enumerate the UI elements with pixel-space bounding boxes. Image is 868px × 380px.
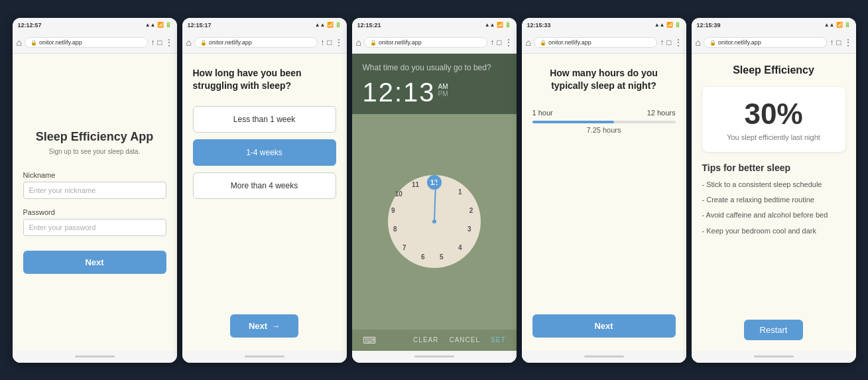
clock-num-8: 8 (393, 225, 397, 233)
next-arrow-icon: → (271, 321, 280, 331)
screen5-body: Sleep Efficiency 30% You slept efficient… (692, 54, 856, 351)
share-icon-5[interactable]: ↑ (830, 38, 834, 47)
lock-icon-3: 🔒 (370, 40, 377, 46)
home-icon-1[interactable]: ⌂ (17, 37, 22, 48)
clock-num-3: 3 (467, 225, 471, 233)
bookmark-icon-1[interactable]: □ (157, 38, 162, 47)
share-icon-1[interactable]: ↑ (151, 38, 155, 47)
battery-icon: 🔋 (165, 22, 172, 28)
set-button[interactable]: SET (491, 335, 505, 346)
menu-icon-2[interactable]: ⋮ (335, 38, 343, 47)
tips-title: Tips for better sleep (702, 162, 845, 173)
cancel-button[interactable]: CANCEL (449, 335, 480, 346)
bottom-indicator-2 (245, 355, 284, 357)
restart-button[interactable]: Restart (744, 320, 804, 340)
screen5-content: Sleep Efficiency 30% You slept efficient… (692, 54, 856, 351)
battery-icon-2: 🔋 (335, 22, 341, 28)
url-bar-3[interactable]: 🔒 onitor.netlify.app (364, 37, 487, 48)
range-fill (532, 121, 614, 123)
phone-screen-1: 12:12:57 ▲▲ 📶 🔋 ⌂ 🔒 onitor.netlify.app ↑… (13, 18, 177, 363)
url-text-3: onitor.netlify.app (379, 39, 422, 46)
browser-actions-2: ↑ □ ⋮ (320, 38, 342, 47)
status-icons-1: ▲▲ 📶 🔋 (145, 22, 172, 28)
status-bar-5: 12:15:39 ▲▲ 📶 🔋 (692, 18, 856, 32)
clock-face[interactable]: 12 1 2 3 4 5 6 7 8 9 10 11 12 (388, 175, 481, 268)
clock-num-1: 1 (458, 188, 462, 196)
screen2-question: How long have you been struggling with s… (193, 67, 336, 93)
menu-icon-4[interactable]: ⋮ (674, 38, 682, 47)
result-title: Sleep Efficiency (702, 64, 845, 76)
browser-actions-5: ↑ □ ⋮ (830, 38, 851, 47)
lock-icon-1: 🔒 (31, 40, 37, 46)
efficiency-note: You slept efficiently last night (713, 133, 835, 141)
next-button-1[interactable]: Next (23, 251, 166, 274)
menu-icon-5[interactable]: ⋮ (844, 38, 852, 47)
bookmark-icon-5[interactable]: □ (836, 38, 841, 47)
screen3-body: What time do you usually go to bed? 12:1… (352, 54, 517, 351)
option-less-than-1-week[interactable]: Less than 1 week (193, 106, 336, 133)
url-bar-4[interactable]: 🔒 onitor.netlify.app (534, 37, 657, 48)
menu-icon-1[interactable]: ⋮ (165, 38, 173, 47)
signal-icon-4: ▲▲ (654, 22, 665, 28)
bottom-indicator-4 (584, 355, 624, 357)
bottom-bar-2 (182, 351, 347, 363)
home-icon-4[interactable]: ⌂ (526, 37, 531, 48)
option-more-than-4-weeks[interactable]: More than 4 weeks (193, 172, 336, 199)
time-5: 12:15:39 (697, 22, 721, 29)
url-bar-2[interactable]: 🔒 onitor.netlify.app (194, 37, 318, 48)
time-2: 12:15:17 (188, 22, 212, 29)
bottom-indicator-3 (414, 355, 454, 357)
status-bar-4: 12:15:33 ▲▲ 📶 🔋 (522, 18, 686, 32)
bottom-indicator-5 (754, 355, 794, 357)
clock-action-buttons: CLEAR CANCEL SET (413, 335, 505, 346)
range-min-label: 1 hour (532, 109, 553, 117)
bookmark-icon-3[interactable]: □ (497, 38, 501, 47)
bottom-bar-1 (13, 351, 177, 363)
next-button-2[interactable]: Next → (230, 314, 298, 338)
status-icons-2: ▲▲ 📶 🔋 (315, 22, 341, 28)
home-icon-2[interactable]: ⌂ (186, 37, 192, 48)
share-icon-2[interactable]: ↑ (320, 38, 324, 47)
next-label-2: Next (249, 321, 267, 331)
share-icon-4[interactable]: ↑ (660, 38, 664, 47)
url-text-5: onitor.netlify.app (718, 39, 761, 46)
url-bar-5[interactable]: 🔒 onitor.netlify.app (704, 37, 827, 48)
screen4-content: How many hours do you typically sleep at… (522, 54, 686, 351)
home-icon-3[interactable]: ⌂ (356, 37, 361, 48)
wifi-icon-4: 📶 (666, 22, 673, 28)
password-input[interactable]: Enter your password (23, 219, 166, 236)
home-icon-5[interactable]: ⌂ (696, 37, 701, 48)
url-text-2: onitor.netlify.app (209, 39, 252, 46)
pm-label[interactable]: PM (438, 90, 448, 97)
keyboard-icon[interactable]: ⌨ (363, 335, 376, 346)
clear-button[interactable]: CLEAR (413, 335, 438, 346)
browser-actions-3: ↑ □ ⋮ (490, 38, 512, 47)
bookmark-icon-2[interactable]: □ (327, 38, 332, 47)
url-bar-1[interactable]: 🔒 onitor.netlify.app (25, 37, 148, 48)
clock-ampm: AM PM (438, 83, 448, 97)
clock-num-9: 9 (391, 207, 395, 214)
clock-selected-12: 12 (427, 175, 442, 190)
share-icon-3[interactable]: ↑ (490, 38, 494, 47)
menu-icon-3[interactable]: ⋮ (505, 38, 513, 47)
battery-icon-5: 🔋 (844, 22, 851, 28)
am-label[interactable]: AM (438, 83, 448, 90)
screen3-content: What time do you usually go to bed? 12:1… (352, 54, 517, 351)
efficiency-card: 30% You slept efficiently last night (702, 87, 845, 152)
lock-icon-4: 🔒 (540, 40, 546, 46)
nickname-input[interactable]: Enter your nickname (23, 182, 166, 199)
clock-num-6: 6 (421, 253, 425, 261)
signal-icon-5: ▲▲ (824, 22, 835, 28)
range-track[interactable] (532, 121, 676, 123)
screen1-body: Sleep Efficiency App Sign up to see your… (13, 54, 177, 351)
signal-icon-3: ▲▲ (485, 22, 495, 28)
app-subtitle: Sign up to see your sleep data. (49, 148, 141, 155)
bookmark-icon-4[interactable]: □ (666, 38, 671, 47)
url-text-4: onitor.netlify.app (548, 39, 591, 46)
option-1-4-weeks[interactable]: 1-4 weeks (193, 139, 336, 166)
clock-num-5: 5 (440, 253, 444, 261)
lock-icon-5: 🔒 (710, 40, 716, 46)
clock-time-big: 12:13 (363, 78, 436, 107)
next-button-4[interactable]: Next (532, 314, 676, 338)
bottom-bar-3 (352, 351, 517, 363)
